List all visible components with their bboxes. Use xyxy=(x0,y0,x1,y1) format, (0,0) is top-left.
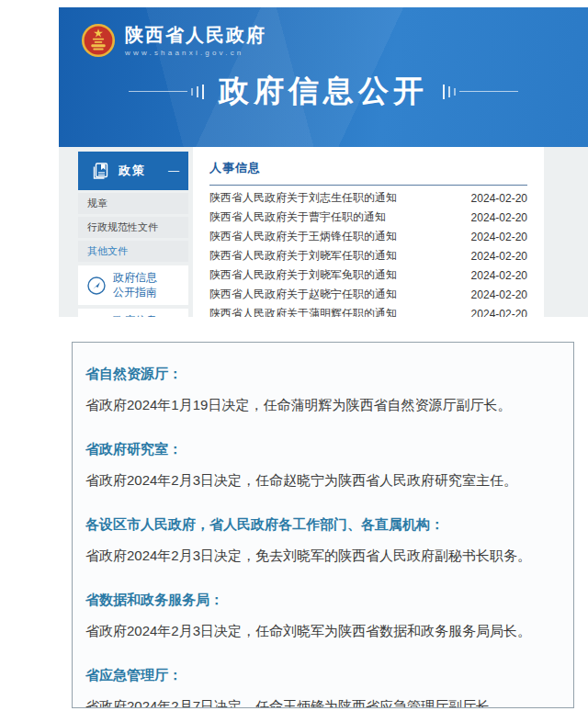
notice-link[interactable]: 陕西省人民政府关于曹宇任职的通知 xyxy=(209,209,386,225)
doc-section-body: 省政府2024年2月3日决定，任命赵晓宁为陕西省人民政府研究室主任。 xyxy=(85,468,551,492)
page-title: 政府信息公开 xyxy=(219,71,428,112)
doc-section-heading: 省数据和政务服务局： xyxy=(85,592,551,609)
notice-link[interactable]: 陕西省人民政府关于赵晓宁任职的通知 xyxy=(209,287,397,302)
sidebar-link-label: 政府信息公开指南 xyxy=(113,271,166,299)
banner: 政府信息公开 xyxy=(59,71,588,112)
sidebar-item-label: 行政规范性文件 xyxy=(87,221,158,232)
sidebar: 政策 — 规章 行政规范性文件 其他文件 政府信息公开指南 xyxy=(78,147,188,317)
doc-section-heading: 省政府研究室： xyxy=(85,441,551,458)
top-content: 政策 — 规章 行政规范性文件 其他文件 政府信息公开指南 xyxy=(59,147,588,317)
doc-section-body: 省政府2024年2月7日决定，任命王炳锋为陕西省应急管理厅副厅长。 xyxy=(85,694,551,708)
site-url: www.shaanxi.gov.cn xyxy=(125,49,266,57)
sidebar-item-label: 规章 xyxy=(87,198,107,209)
list-item: 陕西省人民政府关于蒲明辉任职的通知 2024-02-20 xyxy=(209,304,527,317)
national-emblem-icon xyxy=(81,23,116,58)
notice-date: 2024-02-20 xyxy=(471,269,527,282)
site-logo-row[interactable]: 陕西省人民政府 www.shaanxi.gov.cn xyxy=(59,7,588,58)
list-item: 陕西省人民政府关于王炳锋任职的通知 2024-02-20 xyxy=(209,227,527,246)
notice-date: 2024-02-20 xyxy=(471,308,527,318)
personnel-panel: 人事信息 陕西省人民政府关于刘志生任职的通知 2024-02-20 陕西省人民政… xyxy=(193,147,544,317)
notice-date: 2024-02-20 xyxy=(471,288,527,301)
sidebar-section-label: 政策 xyxy=(119,163,146,179)
doc-section-body: 省政府2024年2月3日决定，免去刘晓军的陕西省人民政府副秘书长职务。 xyxy=(85,544,551,568)
doc-section: 各设区市人民政府，省人民政府各工作部门、各直属机构： 省政府2024年2月3日决… xyxy=(85,516,551,568)
list-item: 陕西省人民政府关于曹宇任职的通知 2024-02-20 xyxy=(209,208,527,227)
list-item: 陕西省人民政府关于刘志生任职的通知 2024-02-20 xyxy=(209,188,527,208)
site-identity: 陕西省人民政府 www.shaanxi.gov.cn xyxy=(125,25,266,57)
doc-section-heading: 省应急管理厅： xyxy=(85,667,551,684)
notice-date: 2024-02-20 xyxy=(471,250,527,263)
notice-link[interactable]: 陕西省人民政府关于刘晓军任职的通知 xyxy=(209,248,397,264)
notice-date: 2024-02-20 xyxy=(471,192,527,205)
doc-section: 省应急管理厅： 省政府2024年2月7日决定，任命王炳锋为陕西省应急管理厅副厅长… xyxy=(85,667,551,708)
book-icon xyxy=(89,160,111,182)
site-header: 陕西省人民政府 www.shaanxi.gov.cn 政府信息公开 xyxy=(59,7,588,147)
list-item: 陕西省人民政府关于赵晓宁任职的通知 2024-02-20 xyxy=(209,285,527,304)
banner-deco-left xyxy=(129,85,204,99)
sidebar-link-guide[interactable]: 政府信息公开指南 xyxy=(78,265,188,305)
notice-link[interactable]: 陕西省人民政府关于蒲明辉任职的通知 xyxy=(209,306,397,317)
sidebar-item-label: 其他文件 xyxy=(87,245,128,256)
page: 陕西省人民政府 www.shaanxi.gov.cn 政府信息公开 xyxy=(0,0,588,711)
list-item: 陕西省人民政府关于刘晓军免职的通知 2024-02-20 xyxy=(209,265,527,285)
sidebar-link-label: 政府信息公开制度 xyxy=(113,314,166,317)
sidebar-item[interactable]: 行政规范性文件 xyxy=(78,217,188,238)
banner-deco-right xyxy=(443,85,518,99)
doc-section-heading: 省自然资源厅： xyxy=(85,366,551,383)
collapse-icon[interactable]: — xyxy=(168,164,179,177)
list-title: 人事信息 xyxy=(209,160,527,186)
list-item: 陕西省人民政府关于刘晓军任职的通知 2024-02-20 xyxy=(209,246,527,265)
doc-section-body: 省政府2024年1月19日决定，任命蒲明辉为陕西省自然资源厅副厅长。 xyxy=(85,393,551,417)
doc-section: 省数据和政务服务局： 省政府2024年2月3日决定，任命刘晓军为陕西省数据和政务… xyxy=(85,592,551,643)
notice-date: 2024-02-20 xyxy=(471,231,527,243)
notice-link[interactable]: 陕西省人民政府关于刘志生任职的通知 xyxy=(209,190,397,206)
notice-link[interactable]: 陕西省人民政府关于刘晓军免职的通知 xyxy=(209,267,397,283)
sidebar-section-policy[interactable]: 政策 — xyxy=(78,152,188,190)
doc-section: 省自然资源厅： 省政府2024年1月19日决定，任命蒲明辉为陕西省自然资源厅副厅… xyxy=(85,366,551,417)
site-name: 陕西省人民政府 xyxy=(125,25,266,45)
compass-icon xyxy=(86,276,107,296)
appointment-document: 省自然资源厅： 省政府2024年1月19日决定，任命蒲明辉为陕西省自然资源厅副厅… xyxy=(72,342,574,708)
notice-date: 2024-02-20 xyxy=(471,211,527,224)
sidebar-item[interactable]: 规章 xyxy=(78,193,188,214)
sidebar-item[interactable]: 其他文件 xyxy=(78,241,188,262)
notice-link[interactable]: 陕西省人民政府关于王炳锋任职的通知 xyxy=(209,229,397,244)
sidebar-link-system[interactable]: 政府信息公开制度 xyxy=(78,309,188,317)
doc-section-heading: 各设区市人民政府，省人民政府各工作部门、各直属机构： xyxy=(85,516,551,534)
doc-section-body: 省政府2024年2月3日决定，任命刘晓军为陕西省数据和政务服务局局长。 xyxy=(85,619,551,643)
doc-section: 省政府研究室： 省政府2024年2月3日决定，任命赵晓宁为陕西省人民政府研究室主… xyxy=(85,441,551,492)
